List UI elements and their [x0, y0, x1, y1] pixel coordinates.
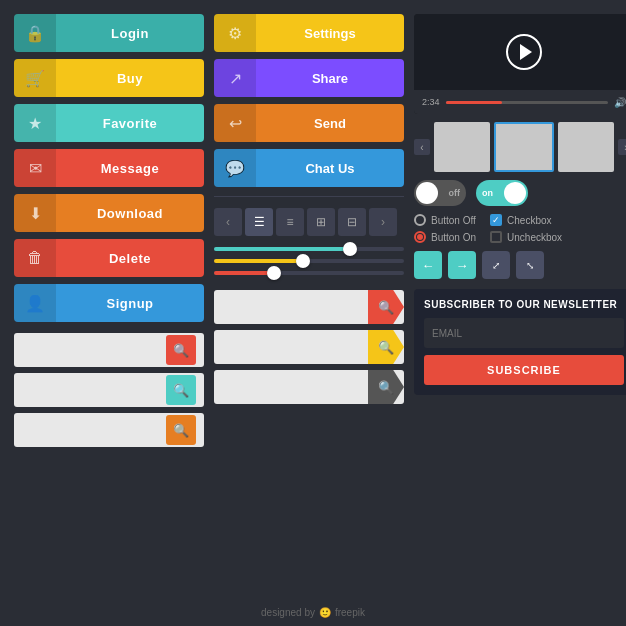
slider-thumb-1[interactable]	[343, 242, 357, 256]
slider-fill-3	[214, 271, 271, 275]
chat-button[interactable]: 💬 Chat Us	[214, 149, 404, 187]
nav-expand-button[interactable]: ⤢	[482, 251, 510, 279]
radio-circle-off	[414, 214, 426, 226]
slider-row-1	[214, 247, 404, 251]
search-input-2[interactable]	[22, 384, 166, 396]
view-next-button[interactable]: ›	[369, 208, 397, 236]
signup-button[interactable]: 👤 Signup	[14, 284, 204, 322]
email-input[interactable]	[424, 318, 624, 348]
search-arrow-bar-3: 🔍	[214, 370, 404, 404]
volume-icon[interactable]: 🔊	[614, 97, 626, 108]
delete-label: Delete	[56, 251, 204, 266]
view-grid2-button[interactable]: ⊟	[338, 208, 366, 236]
search-bars-left: 🔍 🔍 🔍	[14, 333, 204, 447]
gallery-prev-button[interactable]: ‹	[414, 139, 430, 155]
search-bar-1: 🔍	[14, 333, 204, 367]
cart-icon: 🛒	[14, 59, 56, 97]
radio-on-label: Button On	[431, 232, 476, 243]
slider-thumb-2[interactable]	[296, 254, 310, 268]
sliders-section	[214, 243, 404, 279]
checkmark-icon: ✓	[492, 215, 500, 225]
download-button[interactable]: ⬇ Download	[14, 194, 204, 232]
gallery-thumb-3[interactable]	[558, 122, 614, 172]
search-bar-3: 🔍	[14, 413, 204, 447]
share-label: Share	[256, 71, 404, 86]
slider-fill-1	[214, 247, 347, 251]
radio-off[interactable]: Button Off	[414, 214, 476, 226]
radio-inner	[417, 234, 423, 240]
checkbox-unchecked-box	[490, 231, 502, 243]
search-arrow-bar-1: 🔍	[214, 290, 404, 324]
search-arrow-btn-1[interactable]: 🔍	[368, 290, 404, 324]
buy-label: Buy	[56, 71, 204, 86]
toggle-knob-on	[504, 182, 526, 204]
search-arrow-input-1[interactable]	[214, 290, 368, 324]
play-button[interactable]	[506, 34, 542, 70]
toggle-off[interactable]: off	[414, 180, 466, 206]
search-arrow-btn-3[interactable]: 🔍	[368, 370, 404, 404]
nav-left-button[interactable]: ←	[414, 251, 442, 279]
view-list2-button[interactable]: ≡	[276, 208, 304, 236]
footer-text: designed by	[261, 607, 315, 618]
gallery-thumb-1[interactable]	[434, 122, 490, 172]
gear-icon: ⚙	[214, 14, 256, 52]
radio-group: Button Off Button On	[414, 214, 476, 243]
send-label: Send	[256, 116, 404, 131]
checkbox-checked-label: Checkbox	[507, 215, 551, 226]
radio-check-section: Button Off Button On ✓ Checkbox	[414, 214, 626, 243]
delete-button[interactable]: 🗑 Delete	[14, 239, 204, 277]
envelope-icon: ✉	[14, 149, 56, 187]
divider	[214, 196, 404, 197]
star-icon: ★	[14, 104, 56, 142]
slider-track-1	[214, 247, 404, 251]
toggle-knob-off	[416, 182, 438, 204]
radio-on[interactable]: Button On	[414, 231, 476, 243]
gallery-next-button[interactable]: ›	[618, 139, 626, 155]
login-button[interactable]: 🔒 Login	[14, 14, 204, 52]
download-label: Download	[56, 206, 204, 221]
search-arrow-input-3[interactable]	[214, 370, 368, 404]
search-input-1[interactable]	[22, 344, 166, 356]
video-controls: 2:34 🔊	[414, 90, 626, 114]
nav-compress-button[interactable]: ⤡	[516, 251, 544, 279]
buy-button[interactable]: 🛒 Buy	[14, 59, 204, 97]
trash-icon: 🗑	[14, 239, 56, 277]
newsletter-title: SUBSCRIBER TO OUR NEWSLETTER	[424, 299, 624, 310]
toggle-on[interactable]: on	[476, 180, 528, 206]
search-arrow-bar-2: 🔍	[214, 330, 404, 364]
send-button[interactable]: ↩ Send	[214, 104, 404, 142]
gallery-thumb-2[interactable]	[494, 122, 554, 172]
search-bars-mid: 🔍 🔍 🔍	[214, 290, 404, 404]
search-arrow-btn-2[interactable]: 🔍	[368, 330, 404, 364]
view-prev-button[interactable]: ‹	[214, 208, 242, 236]
subscribe-button[interactable]: SUBSCRIBE	[424, 355, 624, 385]
signup-label: Signup	[56, 296, 204, 311]
play-icon	[520, 44, 532, 60]
video-progress[interactable]	[446, 101, 608, 104]
toggle-off-container: off	[414, 180, 466, 206]
freepik-logo: designed by 🙂 freepik	[261, 607, 365, 618]
search-button-2[interactable]: 🔍	[166, 375, 196, 405]
login-label: Login	[56, 26, 204, 41]
slider-thumb-3[interactable]	[267, 266, 281, 280]
nav-right-button[interactable]: →	[448, 251, 476, 279]
search-arrow-input-2[interactable]	[214, 330, 368, 364]
chat-icon: 💬	[214, 149, 256, 187]
message-button[interactable]: ✉ Message	[14, 149, 204, 187]
checkbox-checked[interactable]: ✓ Checkbox	[490, 214, 562, 226]
slider-track-3	[214, 271, 404, 275]
settings-button[interactable]: ⚙ Settings	[214, 14, 404, 52]
checkbox-unchecked[interactable]: Uncheckbox	[490, 231, 562, 243]
nav-arrows: ← → ⤢ ⤡	[414, 251, 626, 279]
freepik-face-icon: 🙂	[319, 607, 331, 618]
share-button[interactable]: ↗ Share	[214, 59, 404, 97]
favorite-label: Favorite	[56, 116, 204, 131]
search-input-3[interactable]	[22, 424, 166, 436]
view-list-button[interactable]: ☰	[245, 208, 273, 236]
view-grid-button[interactable]: ⊞	[307, 208, 335, 236]
video-player: 2:34 🔊	[414, 14, 626, 114]
toggles-section: off on	[414, 180, 626, 206]
favorite-button[interactable]: ★ Favorite	[14, 104, 204, 142]
search-button-3[interactable]: 🔍	[166, 415, 196, 445]
search-button-1[interactable]: 🔍	[166, 335, 196, 365]
